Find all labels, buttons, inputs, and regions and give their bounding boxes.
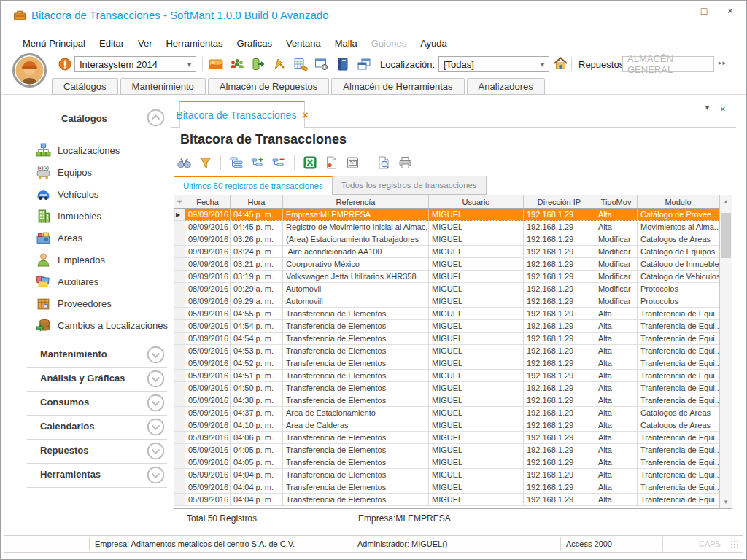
table-row[interactable]: 05/09/201604:54 p. m.Transferencia de El…	[174, 332, 719, 345]
filter-icon[interactable]	[197, 155, 213, 171]
localizacion-selector[interactable]: [Todas] ▾	[438, 56, 549, 72]
sidebar-item-auxiliares[interactable]: Auxiliares	[27, 271, 170, 292]
export-txt-icon[interactable]: TxT	[344, 155, 360, 171]
menu-item-menu-principal[interactable]: Menú Principal	[20, 37, 88, 50]
column-header-direccion-ip[interactable]: Dirección IP	[524, 195, 595, 208]
sidebar-group-analisis-graficas[interactable]: Análisis y Gráficas	[27, 368, 167, 392]
table-row[interactable]: 05/09/201604:05 p. m.Transferencia de El…	[174, 456, 719, 469]
column-header-tipomov[interactable]: TipoMov	[595, 195, 638, 208]
column-header-hora[interactable]: Hora	[231, 195, 283, 208]
tab-list-dropdown-icon[interactable]: ▾	[705, 104, 709, 114]
table-row[interactable]: 05/09/201604:52 p. m.Transferencia de El…	[174, 357, 719, 370]
search-binoculars-icon[interactable]	[176, 155, 192, 171]
sidebar-item-empleados[interactable]: Empleados	[27, 249, 170, 271]
menu-item-ver[interactable]: Ver	[136, 37, 155, 50]
sidebar-item-cambios-localizaciones[interactable]: Cambios a Localizaciones	[27, 314, 170, 336]
document-tab[interactable]: Bitacora de Transacciones ×	[179, 101, 305, 128]
table-row[interactable]: 05/09/201604:50 p. m.Transferencia de El…	[174, 382, 719, 394]
collapse-up-icon[interactable]	[147, 109, 165, 127]
sidebar-group-mantenimiento[interactable]: Mantenimiento	[27, 343, 167, 368]
ribbon-tab-almacen-de-repuestos[interactable]: Almacén de Repuestos	[208, 78, 329, 95]
calculator-icon[interactable]	[293, 56, 309, 72]
menu-item-guiones[interactable]: Guiones	[369, 37, 409, 50]
expand-down-icon[interactable]	[147, 394, 165, 412]
menu-item-ayuda[interactable]: Ayuda	[418, 37, 449, 50]
table-row[interactable]: 05/09/201604:51 p. m.Transferencia de El…	[174, 370, 719, 382]
minimize-button[interactable]: –	[672, 5, 684, 17]
expand-down-icon[interactable]	[147, 370, 165, 388]
menu-item-malla[interactable]: Malla	[333, 37, 360, 50]
sidebar-item-equipos[interactable]: Equipos	[27, 161, 170, 183]
maximize-button[interactable]: □	[698, 5, 710, 17]
table-row[interactable]: 05/09/201604:55 p. m.Transferencia de El…	[174, 308, 719, 320]
ribbon-tab-analizadores[interactable]: Analizadores	[467, 78, 545, 95]
scrollbar-thumb[interactable]	[721, 213, 731, 258]
table-row[interactable]: 05/09/201604:54 p. m.Transferencia de El…	[174, 320, 719, 332]
table-row[interactable]: 08/09/201609:29 a. m.AutomovilMIGUEL192.…	[174, 283, 719, 295]
table-row[interactable]: 05/09/201604:04 p. m.Transferencia de El…	[174, 481, 719, 494]
tabstrip-close-icon[interactable]: ×	[720, 104, 726, 114]
table-row[interactable]: ▶09/09/201604:45 p. m.Empresa:MI EMPRESA…	[174, 209, 719, 221]
expand-down-icon[interactable]	[147, 466, 165, 484]
sidebar-item-areas[interactable]: Areas	[27, 227, 170, 249]
table-row[interactable]: 09/09/201604:45 p. m.Registro de Movimie…	[174, 221, 719, 233]
column-header-referencia[interactable]: Referencía	[283, 195, 429, 208]
expand-down-icon[interactable]	[147, 346, 165, 364]
export-excel-icon[interactable]	[302, 155, 318, 171]
tab-close-icon[interactable]: ×	[302, 109, 308, 121]
sidebar-item-vehiculos[interactable]: Vehículos	[27, 183, 170, 205]
tree-list-icon[interactable]	[228, 155, 244, 171]
users-icon[interactable]	[229, 56, 245, 72]
collapse-nodes-icon[interactable]	[271, 155, 287, 171]
user-avatar[interactable]	[12, 53, 47, 88]
exit-icon[interactable]	[250, 56, 266, 72]
alert-icon[interactable]	[58, 58, 71, 71]
table-row[interactable]: 09/09/201603:19 p. m.Volkswagen Jetta Ut…	[174, 271, 719, 283]
table-row[interactable]: 08/09/201609:29 a. m.AutomovillMIGUEL192…	[174, 295, 719, 308]
table-row[interactable]: 05/09/201604:04 p. m.Transferencia de El…	[174, 494, 719, 506]
table-row[interactable]: 09/09/201603:21 p. m.Coorporativo México…	[174, 258, 719, 271]
export-image-icon[interactable]	[323, 155, 339, 171]
menu-item-ventana[interactable]: Ventana	[284, 37, 323, 50]
ribbon-tab-almacen-de-herramientas[interactable]: Almacén de Herramientas	[331, 78, 464, 95]
sidebar-item-proveedores[interactable]: Proveedores	[27, 292, 170, 314]
scroll-down-icon[interactable]: ▼	[720, 496, 732, 508]
column-header-modulo[interactable]: Modulo	[638, 195, 719, 208]
close-button[interactable]: ×	[724, 5, 736, 17]
ribbon-tab-mantenimiento[interactable]: Mantenimiento	[120, 78, 206, 95]
table-row[interactable]: 05/09/201604:06 p. m.Transferencia de El…	[174, 432, 719, 444]
sidebar-group-herramientas[interactable]: Herramientas	[27, 464, 167, 488]
table-row[interactable]: 05/09/201604:37 p. m.Area de Estacionami…	[174, 407, 719, 419]
sidebar-group-repuestos[interactable]: Repuestos	[27, 440, 167, 464]
pointer-icon[interactable]	[271, 56, 287, 72]
table-row[interactable]: 09/09/201603:24 p. m. Aire acondicionado…	[174, 246, 719, 258]
table-row[interactable]: 05/09/201604:38 p. m.Transferencia de El…	[174, 394, 719, 407]
sidebar-group-consumos[interactable]: Consumos	[27, 392, 167, 416]
column-header-usuario[interactable]: Usuario	[429, 195, 524, 208]
table-row[interactable]: 05/09/201604:05 p. m.Transferencia de El…	[174, 444, 719, 456]
window-settings-icon[interactable]	[314, 56, 330, 72]
notebook-icon[interactable]	[335, 56, 351, 72]
menu-item-editar[interactable]: Editar	[97, 37, 126, 50]
menu-item-herramientas[interactable]: Herramientas	[163, 37, 225, 50]
windows-switch-icon[interactable]	[356, 56, 372, 72]
table-row[interactable]: 05/09/201604:10 p. m.Area de CalderasMIG…	[174, 419, 719, 432]
table-row[interactable]: 05/09/201604:53 p. m.Transferencia de El…	[174, 345, 719, 357]
print-preview-icon[interactable]	[376, 155, 392, 171]
column-header-fecha[interactable]: Fecha	[185, 195, 231, 208]
subtab-ultimos-50[interactable]: Últimos 50 registros de transacciones	[174, 176, 333, 195]
expand-nodes-icon[interactable]	[249, 155, 266, 171]
vertical-scrollbar[interactable]: ▲ ▼	[719, 195, 732, 508]
table-row[interactable]: 09/09/201603:26 p. m.(Area) Estacionamie…	[174, 233, 719, 246]
expand-down-icon[interactable]	[147, 418, 165, 436]
sidebar-group-catalogos[interactable]: Catálogos	[27, 107, 167, 131]
sidebar-item-localizaciones[interactable]: Localizaciones	[27, 139, 170, 161]
sidebar-item-inmuebles[interactable]: Inmuebles	[27, 205, 170, 227]
home-icon[interactable]	[553, 56, 568, 71]
menu-item-graficas[interactable]: Graficas	[235, 37, 274, 50]
print-icon[interactable]	[397, 155, 413, 171]
sidebar-group-calendarios[interactable]: Calendarios	[27, 416, 167, 440]
image-icon[interactable]	[208, 56, 224, 72]
resize-grip[interactable]	[731, 541, 740, 550]
more-arrows-icon[interactable]: ▸▸	[719, 59, 727, 66]
